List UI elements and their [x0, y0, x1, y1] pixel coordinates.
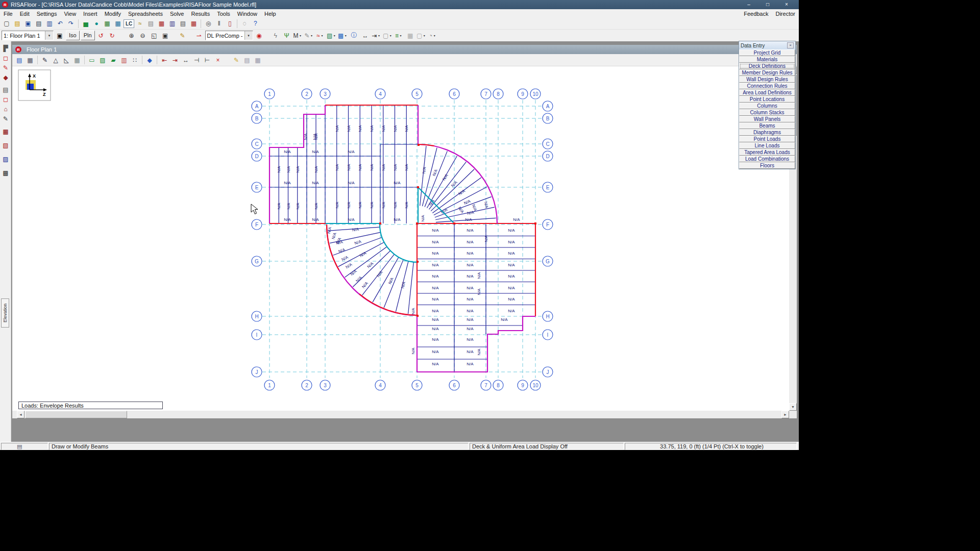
- rotate-ccw-icon[interactable]: ↺: [96, 31, 106, 41]
- render-mode-icon[interactable]: ▩▾: [338, 31, 348, 41]
- data-entry-tapered-area-loads[interactable]: Tapered Area Loads: [739, 149, 795, 156]
- code-check-icon[interactable]: ▦: [113, 18, 123, 29]
- data-entry-load-combinations[interactable]: Load Combinations: [739, 156, 795, 162]
- menu-file[interactable]: File: [0, 11, 16, 17]
- data-entry-member-design-rules[interactable]: Member Design Rules: [739, 69, 795, 76]
- load-combination[interactable]: DL PreComp - Pr▾: [205, 31, 253, 40]
- stretch-icon[interactable]: ↔: [181, 55, 191, 65]
- auto-wand-icon[interactable]: Ψ: [282, 31, 292, 41]
- menu-insert[interactable]: Insert: [80, 11, 101, 17]
- project-grid-toggle-icon[interactable]: ▦: [405, 31, 415, 41]
- chevron-down-icon[interactable]: ▾: [388, 34, 393, 37]
- report-icon[interactable]: ▤: [178, 18, 188, 29]
- deck-boundary-icon[interactable]: ▭: [87, 55, 97, 65]
- spreadsheet-icon[interactable]: ▤: [242, 55, 252, 65]
- data-entry-point-loads[interactable]: Point Loads: [739, 136, 795, 142]
- menu-modify[interactable]: Modify: [101, 11, 125, 17]
- deck-hatch-icon[interactable]: ▨: [97, 55, 108, 65]
- member-view-icon[interactable]: ▯: [225, 18, 235, 29]
- view-saved-icon[interactable]: ▤: [1, 85, 10, 94]
- data-entry-floors[interactable]: Floors: [739, 162, 795, 169]
- draw-polygon-icon[interactable]: △: [51, 55, 61, 65]
- print-icon[interactable]: ▤: [34, 18, 44, 29]
- snap-settings-icon[interactable]: ✎: [178, 31, 188, 41]
- chevron-down-icon[interactable]: ▾: [244, 31, 253, 40]
- draw-beam-icon[interactable]: ✎: [40, 55, 50, 65]
- maximize-button[interactable]: □: [761, 1, 775, 9]
- new-file-icon[interactable]: ▢: [2, 18, 12, 29]
- model-merge-icon[interactable]: ⇥▾: [372, 31, 382, 41]
- menu-director[interactable]: Director: [772, 11, 799, 17]
- floor-select[interactable]: 1: Floor Plan 1▾: [2, 31, 54, 40]
- data-entry-close-icon[interactable]: ×: [787, 42, 794, 48]
- results-dense-icon[interactable]: ▩: [1, 168, 10, 178]
- chevron-down-icon[interactable]: ▾: [377, 34, 381, 37]
- grid-tool-icon[interactable]: ▦: [72, 55, 82, 65]
- align-left-icon[interactable]: ⇤: [159, 55, 169, 65]
- view-edit-icon[interactable]: ✎: [1, 114, 10, 123]
- delete-icon[interactable]: ×: [213, 55, 223, 65]
- zoom-extents-icon[interactable]: ▣: [160, 31, 170, 41]
- data-entry-wall-design-rules[interactable]: Wall Design Rules: [739, 76, 795, 83]
- floor-plan-drawing[interactable]: 1122334455667788991010AABBCCDDEEFFGGHHII…: [12, 66, 789, 411]
- undo-icon[interactable]: ↶: [55, 18, 65, 29]
- align-right-icon[interactable]: ⇥: [170, 55, 180, 65]
- open-folder-icon[interactable]: ▤: [12, 18, 22, 29]
- scroll-down-icon[interactable]: ▼: [789, 403, 797, 411]
- results-hatch-icon[interactable]: ▧: [1, 141, 10, 150]
- modes-icon[interactable]: M▾: [293, 31, 303, 41]
- node-tool-icon[interactable]: ◆: [144, 55, 155, 65]
- results-grid-icon[interactable]: ▦: [1, 127, 10, 136]
- minimize-button[interactable]: –: [742, 1, 756, 9]
- plan-view-button[interactable]: Pln: [81, 31, 95, 40]
- chevron-down-icon[interactable]: ▾: [422, 34, 426, 37]
- grid-display-icon[interactable]: ▦: [253, 55, 263, 65]
- draw-toggle-icon[interactable]: ✎▾: [304, 31, 314, 41]
- loads-display-icon[interactable]: ≡▾: [394, 31, 404, 41]
- wall-tool-icon[interactable]: ▥: [119, 55, 129, 65]
- load-table-icon[interactable]: ▦: [156, 18, 166, 29]
- menu-spreadsheets[interactable]: Spreadsheets: [125, 11, 166, 17]
- load-direction-icon[interactable]: ⇀: [194, 31, 204, 41]
- horizontal-scrollbar[interactable]: ◄ ►: [12, 411, 789, 418]
- data-entry-deck-definitions[interactable]: Deck Definitions: [739, 63, 795, 69]
- beam-table-icon[interactable]: ▥: [167, 18, 177, 29]
- title-bar[interactable]: R RISAFloor - [C:\RISA User Data\Candice…: [0, 0, 799, 9]
- lc-indicator[interactable]: LC: [124, 19, 134, 28]
- data-entry-project-grid[interactable]: Project Grid: [739, 49, 795, 56]
- spin-model-icon[interactable]: ◉: [254, 31, 264, 41]
- scroll-right-icon[interactable]: ►: [781, 411, 789, 418]
- draw-plates-icon[interactable]: ◆: [1, 73, 10, 82]
- find-icon[interactable]: ◌: [239, 18, 250, 29]
- spreadsheets-icon[interactable]: ▤: [145, 18, 156, 29]
- menu-tools[interactable]: Tools: [213, 11, 234, 17]
- menu-window[interactable]: Window: [234, 11, 261, 17]
- horizontal-scroll-thumb[interactable]: [25, 411, 127, 418]
- panel-toggle-icon[interactable]: ▛: [1, 44, 10, 53]
- menu-feedback[interactable]: Feedback: [740, 11, 772, 17]
- chevron-down-icon[interactable]: ▾: [332, 34, 336, 37]
- view-home-icon[interactable]: ⌂: [1, 105, 10, 114]
- menu-edit[interactable]: Edit: [16, 11, 33, 17]
- help-icon[interactable]: ?: [250, 18, 260, 29]
- snapshot-icon[interactable]: ▣: [55, 31, 65, 41]
- draw-members-icon[interactable]: ◻: [1, 54, 10, 63]
- menu-help[interactable]: Help: [261, 11, 280, 17]
- document-title-bar[interactable]: R Floor Plan 1: [12, 45, 797, 54]
- rotate-cw-icon[interactable]: ↻: [107, 31, 117, 41]
- columns-view-icon[interactable]: ‖: [214, 18, 224, 29]
- chevron-down-icon[interactable]: ▾: [45, 31, 53, 40]
- menu-view[interactable]: View: [60, 11, 80, 17]
- history-icon[interactable]: ◔▾: [428, 31, 438, 41]
- redo-icon[interactable]: ↷: [66, 18, 76, 29]
- trim-icon[interactable]: ⊣: [191, 55, 202, 65]
- data-entry-diaphragms[interactable]: Diaphragms: [739, 129, 795, 136]
- zoom-window-icon[interactable]: ◱: [149, 31, 159, 41]
- point-grid-icon[interactable]: ∷: [130, 55, 140, 65]
- data-entry-columns[interactable]: Columns: [739, 103, 795, 109]
- elevation-tab[interactable]: Elevation: [1, 298, 9, 328]
- edit-pencil-icon[interactable]: ✎: [231, 55, 241, 65]
- model-canvas[interactable]: 1122334455667788991010AABBCCDDEEFFGGHHII…: [12, 66, 789, 411]
- grid-copy-icon[interactable]: ▦: [25, 55, 35, 65]
- data-entry-title-bar[interactable]: Data Entry ×: [739, 41, 795, 49]
